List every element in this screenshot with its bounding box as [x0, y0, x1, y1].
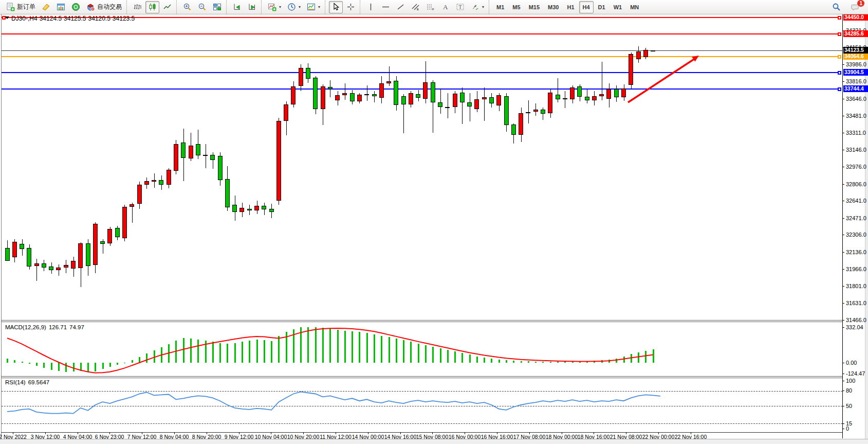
- timeframe-w1[interactable]: W1: [610, 1, 626, 13]
- tile-windows-button[interactable]: [210, 1, 224, 13]
- candle-bull: [321, 86, 325, 109]
- time-axis-label: 8 Nov 20:00: [192, 434, 221, 440]
- timeframe-m5[interactable]: M5: [509, 1, 524, 13]
- time-axis-label: 10 Nov 04:00: [255, 434, 287, 440]
- horizontal-level-line-33744.4[interactable]: [2, 88, 841, 90]
- macd-histogram-bar: [22, 362, 23, 363]
- macd-histogram-bar: [87, 363, 89, 372]
- candle-bear: [42, 263, 46, 268]
- chart-shift-button[interactable]: [245, 1, 259, 13]
- templates-button-dropdown-caret[interactable]: ▾: [318, 5, 320, 9]
- level-line-handle[interactable]: [838, 71, 841, 75]
- time-axis-label: 3 Nov 12:00: [31, 434, 60, 440]
- timeframe-m15[interactable]: M15: [525, 1, 543, 13]
- level-line-handle[interactable]: [838, 32, 841, 36]
- macd-histogram-bar: [594, 361, 595, 363]
- macd-axis-tick: [842, 327, 844, 328]
- rsi-axis-tick: [842, 390, 844, 391]
- price-axis-line: [842, 14, 843, 438]
- notifications-button[interactable]: 1: [848, 1, 862, 13]
- horizontal-level-line-33904.5[interactable]: [2, 72, 841, 73]
- timeframe-d1[interactable]: D1: [595, 1, 609, 13]
- text-button[interactable]: A: [438, 1, 452, 13]
- macd-rsi-separator[interactable]: [1, 378, 842, 378]
- level-line-handle[interactable]: [838, 16, 841, 20]
- main-macd-separator[interactable]: [1, 322, 842, 322]
- chart-window-button[interactable]: [54, 1, 68, 13]
- candle-bull: [453, 94, 457, 107]
- indicators-button[interactable]: ▾: [265, 1, 284, 13]
- macd-histogram-bar: [616, 359, 617, 363]
- equidistant-channel-button[interactable]: E: [409, 1, 422, 13]
- chart-symbol: DJ30-,H4: [11, 15, 38, 22]
- main-macd-separator[interactable]: [1, 320, 842, 321]
- mt4-trading-platform: DJ30-,H434124.534125.534120.534123.5 MAC…: [0, 0, 868, 444]
- price-axis-tick: [842, 269, 844, 270]
- candle-bull: [93, 224, 98, 265]
- vertical-line-button[interactable]: [364, 1, 378, 13]
- chart-window: DJ30-,H434124.534125.534120.534123.5 MAC…: [0, 0, 868, 444]
- symbol-dropdown-caret[interactable]: [5, 16, 9, 19]
- bar-chart-button[interactable]: [131, 1, 144, 13]
- macd-histogram-bar: [447, 350, 449, 363]
- indicators-button-dropdown-caret[interactable]: ▾: [279, 5, 281, 9]
- candle-wick: [206, 144, 206, 168]
- trend-icon: [396, 3, 405, 11]
- horizontal-level-line-34285.6[interactable]: [2, 33, 841, 34]
- timeframe-mn[interactable]: MN: [626, 1, 642, 13]
- horizontal-level-line-34064.6[interactable]: [2, 56, 841, 57]
- macd-histogram-bar: [219, 343, 221, 363]
- horizontal-line-button[interactable]: [379, 1, 393, 13]
- time-axis-label: 18 Nov 00:00: [546, 434, 578, 440]
- crosshair-button[interactable]: [344, 1, 358, 13]
- auto-scroll-button[interactable]: [230, 1, 244, 13]
- timeframe-h1[interactable]: H1: [563, 1, 578, 13]
- timeframe-m30[interactable]: M30: [544, 1, 562, 13]
- new-order-button[interactable]: 新订单: [4, 1, 38, 13]
- candle-bear: [196, 144, 200, 155]
- candle-wick: [448, 93, 448, 118]
- level-line-handle[interactable]: [838, 87, 841, 91]
- trend-arrow-line[interactable]: [628, 59, 695, 102]
- level-line-handle[interactable]: [838, 55, 841, 59]
- candle-bull: [71, 261, 76, 269]
- fibonacci-button[interactable]: F: [423, 1, 437, 13]
- candle-bull: [474, 99, 479, 109]
- timeframe-h4[interactable]: H4: [579, 1, 594, 13]
- macd-histogram-bar: [161, 347, 162, 363]
- trendline-button[interactable]: [394, 1, 408, 13]
- chart-left-border: [1, 14, 2, 439]
- price-axis-label: 33646.0: [846, 96, 866, 102]
- market-watch-button[interactable]: [69, 1, 83, 13]
- candle-bear: [218, 156, 223, 180]
- candlestick-chart-button[interactable]: [145, 1, 159, 13]
- search-button[interactable]: [829, 1, 843, 13]
- time-axis-label: 10 Nov 20:00: [287, 434, 319, 440]
- zoom-in-button[interactable]: [180, 1, 194, 13]
- arrows-button-dropdown-caret[interactable]: ▾: [482, 5, 484, 9]
- timeframe-m1[interactable]: M1: [493, 1, 508, 13]
- arrows-button[interactable]: ▾: [468, 1, 487, 13]
- macd-histogram-bar: [168, 344, 170, 363]
- zoom-out-button[interactable]: [195, 1, 209, 13]
- line-chart-button[interactable]: [160, 1, 174, 13]
- main-toolbar: 新订单自动交易▾▾▾EFAT▾M1M5M15M30H1H4D1W1MN1: [0, 0, 868, 14]
- price-badge-34285.6: 34285.6: [843, 30, 868, 37]
- cursor-button[interactable]: [329, 1, 343, 13]
- auto-trading-button[interactable]: 自动交易: [84, 1, 124, 13]
- ticket-button[interactable]: [39, 1, 53, 13]
- macd-histogram-bar: [175, 341, 177, 363]
- price-axis-label: 33481.0: [846, 113, 866, 119]
- rsi-level-80: [2, 391, 842, 392]
- macd-rsi-separator[interactable]: [1, 376, 842, 377]
- candle-bull: [291, 86, 296, 104]
- macd-histogram-bar: [461, 353, 463, 363]
- time-axis-label: 11 Nov 12:00: [320, 434, 352, 440]
- templates-button[interactable]: ▾: [304, 1, 323, 13]
- price-axis-tick: [842, 184, 844, 185]
- macd-histogram-bar: [293, 329, 294, 363]
- text-label-button[interactable]: T: [453, 1, 467, 13]
- time-axis-label: 6 Nov 23:00: [95, 434, 124, 440]
- periods-button-dropdown-caret[interactable]: ▾: [299, 5, 301, 9]
- periods-button[interactable]: ▾: [285, 1, 303, 13]
